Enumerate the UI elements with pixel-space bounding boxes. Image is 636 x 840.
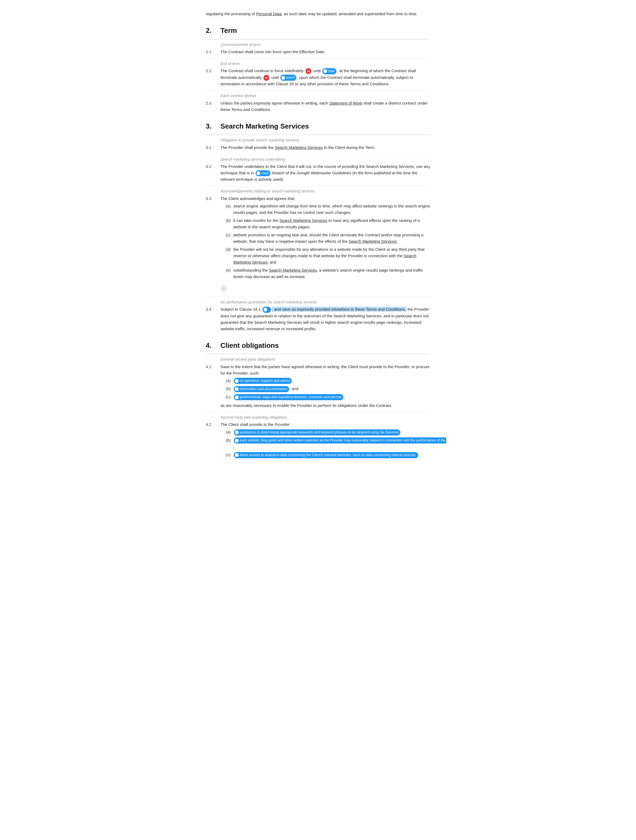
list-label-c: (c) xyxy=(226,232,233,245)
crosshair-icon-area xyxy=(206,285,430,294)
clause-3-4: 3.4 Subject to Clause 18.1 , and save as… xyxy=(206,306,430,332)
clause-3-1: 3.1 The Provider shall provide the Searc… xyxy=(206,144,430,151)
clause-2-2: 2.2 The Contract shall continue in force… xyxy=(206,68,430,87)
svg-point-5 xyxy=(223,288,224,289)
clause-label-end-of-term: End of term xyxy=(206,58,430,66)
toggle-clear[interactable]: clear xyxy=(255,170,271,177)
list-label-4-1-b: (b) xyxy=(226,385,233,392)
top-paragraph: regulating the processing of Personal Da… xyxy=(206,11,430,17)
clause-4-1-after-list: as are reasonably necessary to enable th… xyxy=(220,403,430,409)
sms-ref-e: Search Marketing Services xyxy=(269,268,316,272)
clause-4-2-list: (a) assistance in determining appropriat… xyxy=(220,429,446,458)
clause-2-1-number: 2.1 xyxy=(206,49,220,55)
statement-of-work-ref: Statement of Work xyxy=(329,101,362,105)
list-text-d: the Provider will not be responsible for… xyxy=(233,246,430,265)
list-text-a: search engine algorithms will change fro… xyxy=(233,203,430,216)
clause-2-1-content: The Contract shall come into force upon … xyxy=(220,49,430,55)
clause-3-3: 3.3 The Client acknowledges and agrees t… xyxy=(206,196,430,281)
clause-4-2-number: 4.2 xyxy=(206,422,220,459)
clause-label-acknowledgements: Acknowledgements relating to search mark… xyxy=(206,186,430,194)
clause-4-1-list: (a) co-operation, support and advice; (b… xyxy=(220,377,430,400)
sms-ref-3-1: Search Marketing Services xyxy=(275,145,323,150)
clause-3-3-content: The Client acknowledges and agrees that:… xyxy=(220,196,430,281)
clause-label-no-guarantees: No performance guarantees for search mar… xyxy=(206,297,430,305)
toggle-governmental[interactable]: governmental, legal and regulatory licen… xyxy=(234,394,343,400)
list-label-4-1-a: (a) xyxy=(226,377,233,384)
list-text-4-2-c: direct access to analytical data concern… xyxy=(233,452,446,458)
crosshair-icon xyxy=(220,285,227,291)
sms-ref-c: Search Marketing Services xyxy=(349,239,397,243)
personal-data-ref: Personal Data xyxy=(256,11,282,16)
list-item-4-1-c: (c) governmental, legal and regulatory l… xyxy=(220,394,430,400)
highlighted-and-save: , and save as expressly provided elsewhe… xyxy=(271,306,406,312)
list-label-4-2-a: (a) xyxy=(226,429,233,435)
sms-ref-d: Search Marketing Services xyxy=(233,253,416,264)
clause-4-1-content: Save to the extent that the parties have… xyxy=(220,363,430,409)
clause-4-2: 4.2 The Client shall provide to the Prov… xyxy=(206,422,430,459)
clause-2-1: 2.1 The Contract shall come into force u… xyxy=(206,49,430,55)
clause-label-general-second-party: General second party obligations xyxy=(206,354,430,362)
clause-2-3: 2.3 Unless the parties expressly agree o… xyxy=(206,100,430,113)
toggle-analytics[interactable]: direct access to analytical data concern… xyxy=(234,452,418,458)
or-pill-1: or xyxy=(305,68,311,74)
sms-ref-b: Search Marketing Services xyxy=(280,218,327,223)
google-webmaster-ref: Google Webmaster Guidelines xyxy=(297,171,351,175)
clause-label-second-party-web: Second Party web marketing obligations xyxy=(206,412,430,420)
clause-2-2-content: The Contract shall continue in force ind… xyxy=(220,68,430,87)
list-text-4-1-c: governmental, legal and regulatory licen… xyxy=(233,394,430,400)
list-item-3-3-d: (d) the Provider will not be responsible… xyxy=(220,246,430,265)
list-label-b: (b) xyxy=(226,217,233,230)
clause-4-2-content: The Client shall provide to the Provider… xyxy=(220,422,446,459)
clause-3-4-content: Subject to Clause 18.1 , and save as exp… xyxy=(220,306,430,332)
list-item-3-3-e: (e) notwithstanding the Search Marketing… xyxy=(220,267,430,280)
section-4-title: Client obligations xyxy=(220,340,279,351)
list-item-3-3-c: (c) website promotion is an ongoing task… xyxy=(220,232,430,245)
clause-4-1-number: 4.1 xyxy=(206,363,220,409)
section-4-header: 4. Client obligations xyxy=(206,340,430,351)
list-item-4-1-a: (a) co-operation, support and advice; xyxy=(220,377,430,384)
clause-3-2-content: The Provider undertakes to the Client th… xyxy=(220,163,430,183)
clause-label-sms-undertaking: Search marketing services undertaking xyxy=(206,154,430,162)
toggle-date[interactable]: date xyxy=(322,68,337,74)
list-item-4-2-b: (b) such articles, blog posts and other … xyxy=(220,437,446,450)
section-2-number: 2. xyxy=(206,25,220,36)
list-label-4-1-c: (c) xyxy=(226,394,233,400)
list-label-e: (e) xyxy=(226,267,233,280)
clause-4-1: 4.1 Save to the extent that the parties … xyxy=(206,363,430,409)
toggle-18-1[interactable] xyxy=(263,306,271,313)
clause-2-2-number: 2.2 xyxy=(206,68,220,87)
list-item-4-2-c: (c) direct access to analytical data con… xyxy=(220,452,446,458)
list-label-d: (d) xyxy=(226,246,233,265)
clause-3-4-number: 3.4 xyxy=(206,306,220,332)
toggle-event[interactable]: event xyxy=(280,74,296,81)
list-label-a: (a) xyxy=(226,203,233,216)
clause-label-obligation-search: Obligation to provide search marketing s… xyxy=(206,135,430,143)
section-3-header: 3. Search Marketing Services xyxy=(206,121,430,132)
list-label-4-2-c: (c) xyxy=(226,452,233,458)
section-3-number: 3. xyxy=(206,121,220,132)
section-3-title: Search Marketing Services xyxy=(220,121,309,132)
toggle-information[interactable]: information and documentation xyxy=(234,386,289,392)
or-pill-2: or xyxy=(263,75,269,81)
clause-3-3-number: 3.3 xyxy=(206,196,220,281)
section-4-number: 4. xyxy=(206,340,220,351)
list-item-4-2-a: (a) assistance in determining appropriat… xyxy=(220,429,446,435)
toggle-articles[interactable]: such articles, blog posts and other writ… xyxy=(234,437,446,444)
clause-3-2: 3.2 The Provider undertakes to the Clien… xyxy=(206,163,430,183)
clause-3-2-number: 3.2 xyxy=(206,163,220,183)
list-text-4-1-b: information and documentation; and xyxy=(233,385,430,392)
list-text-c: website promotion is an ongoing task and… xyxy=(233,232,430,245)
clause-3-1-content: The Provider shall provide the Search Ma… xyxy=(220,144,430,151)
clause-label-commencement: Commencement of term xyxy=(206,39,430,47)
list-text-4-2-a: assistance in determining appropriate ke… xyxy=(233,429,446,435)
toggle-cooperation[interactable]: co-operation, support and advice xyxy=(234,378,292,384)
list-item-3-3-b: (b) it can take months for the Search Ma… xyxy=(220,217,430,230)
clause-2-3-content: Unless the parties expressly agree other… xyxy=(220,100,430,113)
toggle-keywords[interactable]: assistance in determining appropriate ke… xyxy=(234,429,400,436)
list-text-4-2-b: such articles, blog posts and other writ… xyxy=(233,437,446,450)
clause-label-each-contract: Each contract distinct xyxy=(206,90,430,99)
section-2-header: 2. Term xyxy=(206,25,430,36)
list-item-4-1-b: (b) information and documentation; and xyxy=(220,385,430,392)
section-2-title: Term xyxy=(220,25,237,36)
list-label-4-2-b: (b) xyxy=(226,437,233,450)
